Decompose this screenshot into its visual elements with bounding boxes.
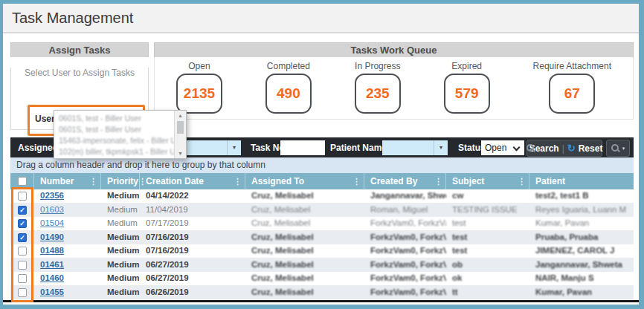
creation-date-cell: 06/27/2019 (140, 258, 245, 273)
button-divider: | (562, 143, 564, 154)
page-title: Task Management (3, 4, 639, 27)
scrollbar-thumb[interactable] (177, 121, 184, 134)
task-no-input[interactable] (280, 140, 325, 155)
row-checkbox[interactable]: ✓ (18, 233, 27, 242)
column-header-creation-date[interactable]: Creation Date ⋮ (140, 173, 245, 189)
queue-stat: Expired 579 (444, 61, 490, 119)
table-row[interactable]: 01461 Medium 06/27/2019 Cruz, Melisabel … (10, 258, 634, 273)
group-by-drop-zone[interactable]: Drag a column header and drop it here to… (10, 157, 634, 173)
assign-tasks-hint: Select User to Assign Tasks (11, 68, 148, 78)
tasks-work-queue-panel: Tasks Work Queue Open 2135 Completed 490… (154, 42, 634, 120)
scroll-down-icon[interactable]: ▼ (175, 151, 186, 156)
queue-stat: In Progress 235 (355, 61, 401, 119)
tasks-work-queue-title: Tasks Work Queue (154, 42, 634, 57)
column-header-number[interactable]: Number ⋮ (34, 173, 101, 189)
stat-value: 67 (564, 85, 580, 102)
user-dropdown-item[interactable]: 0601S, test - Biller User (59, 113, 174, 124)
task-number-link[interactable]: 01461 (40, 260, 64, 269)
patient-cell: Pruaba, Pruaba (529, 231, 634, 245)
row-checkbox[interactable] (18, 192, 27, 201)
creation-date-cell: 04/14/2022 (140, 189, 245, 203)
priority-cell: Medium (101, 286, 140, 300)
assigned-to-cell: Cruz, Melisabel (245, 204, 364, 218)
task-number-link[interactable]: 02356 (40, 191, 64, 200)
dropdown-scrollbar[interactable]: ▲ ▼ (174, 111, 186, 158)
table-row[interactable]: ✓ 01504 Medium 07/17/2019 Cruz, Melisabe… (10, 217, 634, 231)
user-dropdown-item[interactable]: 102(m) biller, tkpmkpsk1 - Biller User (59, 146, 174, 157)
column-menu-icon[interactable]: ⋮ (352, 177, 361, 186)
table-row[interactable]: 02356 Medium 04/14/2022 Cruz, Melisabel … (10, 189, 634, 204)
assigned-to-cell: Cruz, Melisabel (245, 189, 364, 203)
select-all-header (10, 173, 34, 189)
table-row[interactable]: 01460 Medium 06/27/2019 Cruz, Melisabel … (10, 272, 634, 286)
user-dropdown-item[interactable]: 15463-impersonate, felix - Biller User (59, 135, 174, 146)
subject-cell: tt (446, 286, 529, 300)
task-number-link[interactable]: 01488 (40, 246, 64, 255)
creation-date-cell: 07/16/2019 (140, 244, 245, 258)
subject-cell: ob (446, 258, 529, 273)
stat-label: In Progress (355, 61, 401, 71)
task-number-link[interactable]: 01504 (40, 218, 64, 227)
task-number-link[interactable]: 01460 (40, 273, 64, 282)
patient-name-value (382, 140, 434, 155)
table-row[interactable]: 01455 Medium 06/26/2019 Cruz, Melisabel … (10, 286, 634, 300)
patient-cell: test2, test1 B (529, 189, 634, 203)
assigned-to-cell: Cruz, Melisabel (245, 217, 364, 230)
column-header-created-by[interactable]: Created By ⋮ (364, 173, 446, 189)
patient-name-combobox[interactable]: ▾ (382, 140, 448, 155)
row-checkbox[interactable] (18, 274, 27, 283)
assigned-to-cell: Cruz, Melisabel (245, 272, 364, 285)
column-header-subject[interactable]: Subject ⋮ (446, 173, 529, 189)
subject-cell: TESTING ISSUE (446, 204, 529, 218)
creation-date-cell: 07/17/2019 (140, 217, 245, 230)
column-menu-icon[interactable]: ⋮ (234, 177, 242, 186)
assigned-to-cell: Cruz, Melisabel (245, 244, 364, 258)
patient-cell: Jangannavar, Shweta (529, 258, 634, 273)
dropdown-arrow-icon[interactable]: ▾ (227, 140, 241, 155)
created-by-cell: ForkzVam0, ForkzVam0 (364, 217, 446, 230)
task-number-link[interactable]: 01603 (40, 205, 64, 214)
stat-label: Completed (265, 61, 312, 71)
table-row[interactable]: ✓ 01490 Medium 07/16/2019 Cruz, Melisabe… (10, 231, 634, 245)
column-menu-icon[interactable]: ⋮ (518, 177, 526, 186)
priority-cell: Medium (101, 244, 140, 258)
column-menu-icon[interactable]: ⋮ (89, 177, 97, 186)
dropdown-arrow-icon[interactable]: ▾ (434, 140, 448, 155)
priority-cell: Medium (101, 258, 140, 273)
user-dropdown-list[interactable]: 0601S, test - Biller User 0601S, test - … (54, 110, 187, 159)
task-number-link[interactable]: 01490 (40, 232, 64, 241)
table-row[interactable]: 01488 Medium 07/16/2019 Cruz, Melisabel … (10, 244, 634, 258)
task-number-link[interactable]: 01455 (40, 287, 64, 296)
created-by-cell: Roman, Miguel (364, 204, 446, 218)
table-row[interactable]: ✓ 01603 Medium 11/04/2019 Cruz, Melisabe… (10, 204, 634, 218)
column-header-priority[interactable]: Priority ⋮ (101, 173, 140, 189)
grid-body: 02356 Medium 04/14/2022 Cruz, Melisabel … (10, 189, 634, 299)
creation-date-cell: 07/16/2019 (140, 231, 245, 245)
advanced-search-button[interactable]: ▾ (606, 140, 630, 157)
patient-cell: JIMENEZ, CAROL J (529, 244, 634, 258)
created-by-cell: Jangannavar, Shweta (364, 189, 446, 203)
row-checkbox[interactable] (18, 247, 27, 256)
user-dropdown-item[interactable]: 0601S, test - Biller User (59, 124, 174, 135)
row-checkbox[interactable]: ✓ (18, 219, 27, 228)
created-by-cell: ForkzVam0, ForkzVam0 (364, 231, 446, 245)
column-menu-icon[interactable]: ⋮ (434, 177, 442, 186)
column-header-patient[interactable]: Patient (529, 173, 634, 189)
assign-tasks-title: Assign Tasks (10, 42, 149, 57)
stat-value: 579 (455, 85, 479, 102)
creation-date-cell: 06/27/2019 (140, 272, 245, 285)
reset-button[interactable]: Reset (579, 143, 603, 154)
select-all-checkbox[interactable] (18, 177, 27, 186)
user-dropdown-items: 0601S, test - Biller User 0601S, test - … (54, 111, 174, 158)
row-checkbox[interactable]: ✓ (18, 206, 27, 215)
subject-cell: test (446, 217, 529, 230)
row-checkbox[interactable] (18, 261, 27, 270)
reset-icon: ↻ (567, 143, 576, 153)
stats-row: Open 2135 Completed 490 In Progress 235 … (154, 57, 634, 120)
status-select[interactable]: Open (481, 140, 524, 155)
task-management-app: Task Management Assign Tasks Select User… (3, 4, 639, 305)
row-checkbox[interactable] (18, 288, 27, 297)
queue-stat: Completed 490 (265, 61, 312, 119)
scroll-up-icon[interactable]: ▲ (175, 113, 186, 118)
column-header-assigned-to[interactable]: Assigned To ⋮ (245, 173, 364, 189)
